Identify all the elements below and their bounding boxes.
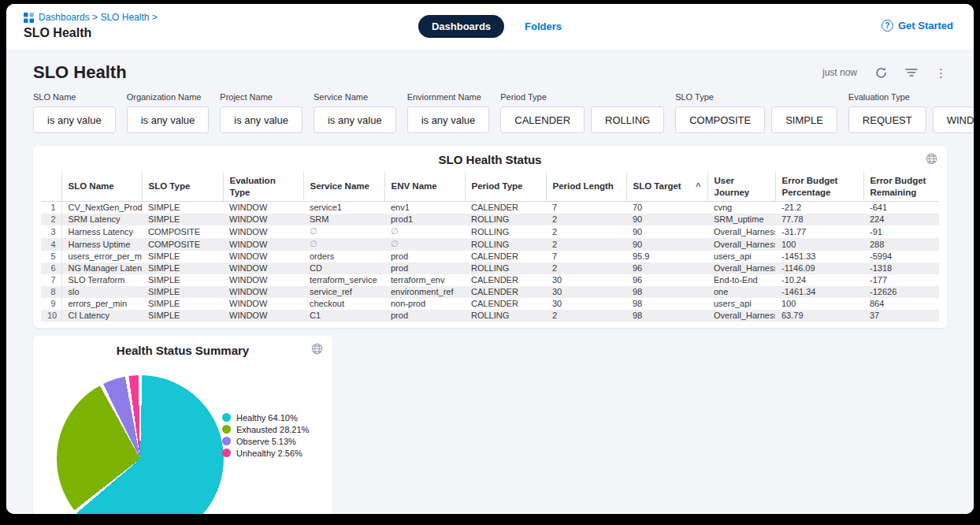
help-icon: ? [882, 20, 893, 32]
globe-icon [311, 343, 323, 355]
legend-dot [222, 413, 231, 422]
tab-folders[interactable]: Folders [525, 20, 562, 32]
table-header-error-budget-remaining[interactable]: Error Budget Remaining [863, 173, 939, 201]
table-cell: 2 [546, 225, 626, 238]
filter-button[interactable] [905, 67, 918, 78]
row-number: 10 [41, 310, 61, 322]
pie-globe-button[interactable] [311, 343, 323, 357]
table-cell: environment_ref [384, 286, 465, 298]
filter-value-button[interactable]: is any value [33, 106, 116, 133]
more-menu-button[interactable]: ⋮ [935, 67, 947, 79]
table-header-user-journey[interactable]: User Journey [707, 173, 775, 201]
filter-group: Evaluation TypeREQUESTWINDOW [848, 92, 974, 133]
table-cell: 30 [546, 274, 626, 286]
table-cell: SRM Latency [61, 214, 142, 225]
table-cell: CALENDER [465, 201, 546, 214]
table-cell: 2 [546, 310, 626, 322]
table-cell: 90 [626, 225, 707, 238]
table-header-slo-name[interactable]: SLO Name [61, 173, 142, 201]
filter-buttons: is any value [220, 106, 303, 133]
filter-value-button[interactable]: SIMPLE [771, 106, 837, 133]
table-header-env-name[interactable]: ENV Name [384, 173, 465, 201]
table-globe-button[interactable] [926, 153, 937, 167]
table-header-error-budget-percentage[interactable]: Error Budget Percentage [775, 173, 863, 201]
legend-item[interactable]: Unhealthy 2.56% [222, 449, 309, 458]
refresh-button[interactable] [874, 66, 888, 80]
table-cell: Overall_Harness [707, 238, 775, 251]
filter-value-button[interactable]: ROLLING [591, 106, 664, 133]
breadcrumb[interactable]: Dashboards > SLO Health > [39, 12, 158, 23]
table-cell: ∅ [384, 238, 465, 251]
filter-value-button[interactable]: WINDOW [933, 106, 974, 133]
filter-value-button[interactable]: is any value [127, 106, 210, 133]
table-row: 3Harness LatencyCOMPOSITEWINDOW∅∅ROLLING… [41, 225, 939, 238]
table-cell: terraform_env [384, 274, 465, 286]
legend-item[interactable]: Observe 5.13% [222, 437, 309, 446]
table-cell: 90 [626, 238, 707, 251]
filter-buttons: REQUESTWINDOW [848, 106, 974, 133]
table-header-service-name[interactable]: Service Name [303, 173, 384, 201]
table-body: 1CV_NextGen_ProdSIMPLEWINDOWservice1env1… [41, 201, 939, 322]
table-cell: 7 [546, 251, 626, 262]
table-cell: 70 [626, 201, 707, 214]
legend-label: Exhausted 28.21% [236, 425, 309, 434]
sort-asc-icon: ^ [696, 181, 700, 192]
table-cell: 96 [626, 274, 707, 286]
table-header-slo-type[interactable]: SLO Type [142, 173, 223, 201]
table-cell: SIMPLE [142, 201, 223, 214]
table-row: 7SLO TerraformSIMPLEWINDOWterraform_serv… [41, 274, 939, 286]
table-cell: -1146.09 [775, 262, 863, 274]
table-cell: non-prod [384, 298, 465, 310]
table-header-rownum [41, 173, 61, 201]
filter-group: SLO TypeCOMPOSITESIMPLE [675, 92, 837, 133]
table-cell: WINDOW [223, 262, 303, 274]
table-cell: 95.9 [626, 251, 707, 262]
table-cell: -1461.34 [775, 286, 863, 298]
table-cell: one [707, 286, 775, 298]
legend-item[interactable]: Healthy 64.10% [222, 413, 309, 423]
table-cell: 98 [626, 298, 707, 310]
table-row: 4Harness UptimeCOMPOSITEWINDOW∅∅ROLLING2… [41, 238, 939, 251]
table-cell: ROLLING [465, 310, 546, 322]
row-number: 1 [41, 201, 61, 214]
table-header-evaluation-type[interactable]: Evaluation Type [223, 173, 303, 201]
table-cell: Harness Uptime [61, 238, 142, 251]
table-header-slo-target[interactable]: SLO Target^ [626, 173, 707, 201]
table-cell: 2 [546, 262, 626, 274]
filter-value-button[interactable]: COMPOSITE [675, 106, 765, 133]
table-cell: COMPOSITE [142, 238, 223, 251]
table-header-period-type[interactable]: Period Type [465, 173, 546, 201]
table-cell: WINDOW [223, 286, 303, 298]
table-header-period-length[interactable]: Period Length [546, 173, 626, 201]
get-started-link[interactable]: ? Get Started [882, 20, 953, 32]
table-cell: Harness Latency [61, 225, 142, 238]
table-cell: terraform_service [303, 274, 384, 286]
table-cell: COMPOSITE [142, 225, 223, 238]
health-status-pie-chart[interactable] [57, 375, 224, 514]
filter-value-button[interactable]: CALENDER [500, 106, 585, 133]
table-cell: users_api [707, 251, 775, 262]
table-cell: 90 [626, 214, 707, 225]
table-cell: SIMPLE [142, 251, 223, 262]
table-cell: orders [303, 251, 384, 262]
filter-value-button[interactable]: is any value [220, 106, 303, 133]
table-cell: End-to-End [707, 274, 775, 286]
table-cell: NG Manager Latency [61, 262, 142, 274]
table-row: 8sloSIMPLEWINDOWservice_refenvironment_r… [41, 286, 939, 298]
filter-value-button[interactable]: REQUEST [848, 106, 926, 133]
table-cell: -5994 [863, 251, 939, 262]
table-cell: 2 [546, 238, 626, 251]
tab-dashboards[interactable]: Dashboards [418, 15, 504, 38]
globe-icon [926, 153, 937, 165]
table-cell: prod [384, 251, 465, 262]
dashboards-grid-icon [24, 13, 34, 23]
table-cell: checkout [303, 298, 384, 310]
table-cell: WINDOW [223, 274, 303, 286]
filter-value-button[interactable]: is any value [314, 106, 396, 133]
legend-item[interactable]: Exhausted 28.21% [222, 425, 309, 434]
table-cell: CALENDER [465, 251, 546, 262]
table-cell: 2 [546, 214, 626, 225]
table-cell: env1 [384, 201, 465, 214]
filter-value-button[interactable]: is any value [407, 106, 490, 133]
table-cell: CALENDER [465, 286, 546, 298]
